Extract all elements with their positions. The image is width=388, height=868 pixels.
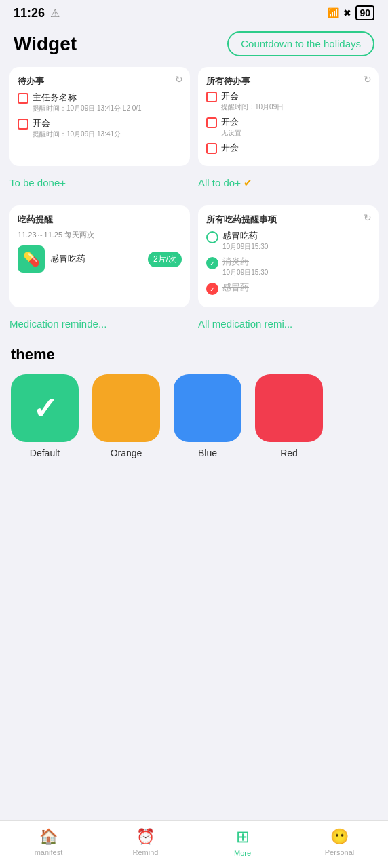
theme-swatch-blue xyxy=(174,374,241,442)
med-widget-title: 吃药提醒 xyxy=(18,214,182,226)
theme-section: theme ✓ Default Orange Blue Red xyxy=(0,346,388,458)
status-icons: 📶 ✖ 90 xyxy=(328,5,374,20)
status-time: 11:26 xyxy=(14,6,45,20)
alert-icon: ⚠ xyxy=(50,7,60,20)
theme-swatch-red xyxy=(255,374,323,442)
nav-label-personal: Personal xyxy=(325,848,354,856)
page-title: Widget xyxy=(14,33,77,55)
all-todo-title-1: 开会 xyxy=(221,90,370,102)
med-item-row: 💊 感冒吃药 2片/次 xyxy=(18,245,182,273)
theme-check-default: ✓ xyxy=(33,391,58,426)
med-radio-2[interactable]: ✓ xyxy=(206,257,218,269)
theme-name-red: Red xyxy=(280,448,298,458)
all-todo-subtitle-1: 提醒时间：10月09日 xyxy=(221,102,370,112)
remind-icon: ⏰ xyxy=(136,828,155,846)
todo-widget: 待办事 ↻ 主任务名称 提醒时间：10月09日 13:41分 L2 0/1 开会… xyxy=(9,67,190,166)
all-todo-checkbox-1[interactable] xyxy=(206,92,217,102)
countdown-button[interactable]: Countdown to the holidays xyxy=(227,31,374,56)
status-bar: 11:26 ⚠ 📶 ✖ 90 xyxy=(0,0,388,23)
nav-item-personal[interactable]: 😶 Personal xyxy=(291,828,388,856)
all-todo-widget: 所有待办事 ↻ 开会 提醒时间：10月09日 开会 无设置 开会 xyxy=(198,67,379,166)
all-todo-item-3: 开会 xyxy=(206,142,370,154)
todo-checkbox-2[interactable] xyxy=(18,119,28,130)
header: Widget Countdown to the holidays xyxy=(0,23,388,67)
personal-icon: 😶 xyxy=(330,828,349,846)
todo-widget-label[interactable]: To be done+ xyxy=(9,173,190,193)
med-name: 感冒吃药 xyxy=(50,253,142,265)
med-widget-label[interactable]: Medication reminde... xyxy=(9,314,190,334)
theme-item-default[interactable]: ✓ Default xyxy=(11,374,79,458)
nav-item-remind[interactable]: ⏰ Remind xyxy=(97,828,194,856)
widget-grid-row1: 待办事 ↻ 主任务名称 提醒时间：10月09日 13:41分 L2 0/1 开会… xyxy=(0,67,388,166)
all-med-name-1: 感冒吃药 xyxy=(222,230,370,242)
all-todo-refresh-icon[interactable]: ↻ xyxy=(364,74,372,85)
all-med-time-2: 10月09日15:30 xyxy=(222,268,370,277)
med-icon: 💊 xyxy=(18,245,45,273)
theme-item-orange[interactable]: Orange xyxy=(92,374,160,458)
nav-item-more[interactable]: ⊞ More xyxy=(194,827,291,857)
med-date: 11.23～11.25 每天两次 xyxy=(18,230,182,240)
todo-subtitle-1: 提醒时间：10月09日 13:41分 L2 0/1 xyxy=(33,104,182,113)
theme-name-orange: Orange xyxy=(111,448,142,458)
theme-item-blue[interactable]: Blue xyxy=(174,374,241,458)
nav-label-more: More xyxy=(234,849,251,857)
widget-labels-row1: To be done+ All to do+ ✔ xyxy=(0,173,388,193)
all-med-name-2: 消炎药 xyxy=(222,256,370,268)
med-radio-3[interactable]: ✓ xyxy=(206,283,218,295)
all-med-time-1: 10月09日15:30 xyxy=(222,242,370,252)
all-med-widget-title: 所有吃药提醒事项 xyxy=(206,214,370,226)
todo-widget-title: 待办事 xyxy=(18,75,182,87)
all-todo-check-icon: ✔ xyxy=(244,177,252,189)
todo-item-2: 开会 提醒时间：10月09日 13:41分 xyxy=(18,117,182,139)
nav-label-manifest: manifest xyxy=(35,848,63,856)
all-todo-subtitle-2: 无设置 xyxy=(221,128,370,138)
todo-subtitle-2: 提醒时间：10月09日 13:41分 xyxy=(33,130,182,139)
nav-item-manifest[interactable]: 🏠 manifest xyxy=(0,828,97,856)
widget-grid-row2: 吃药提醒 11.23～11.25 每天两次 💊 感冒吃药 2片/次 所有吃药提醒… xyxy=(0,205,388,307)
all-med-refresh-icon[interactable]: ↻ xyxy=(364,212,372,223)
battery-indicator: 90 xyxy=(355,5,374,20)
theme-swatch-orange xyxy=(92,374,160,442)
all-todo-widget-title: 所有待办事 xyxy=(206,75,370,87)
all-med-widget-label[interactable]: All medication remi... xyxy=(198,314,379,334)
all-med-item-1: 感冒吃药 10月09日15:30 xyxy=(206,230,370,252)
theme-name-default: Default xyxy=(30,448,60,458)
all-med-name-3: 感冒药 xyxy=(222,281,370,294)
manifest-icon: 🏠 xyxy=(39,828,58,846)
theme-item-red[interactable]: Red xyxy=(255,374,323,458)
med-radio-1[interactable] xyxy=(206,231,218,243)
all-todo-widget-label[interactable]: All to do+ ✔ xyxy=(198,173,379,193)
todo-title-1: 主任务名称 xyxy=(33,92,182,104)
nav-label-remind: Remind xyxy=(133,848,159,856)
med-widget: 吃药提醒 11.23～11.25 每天两次 💊 感冒吃药 2片/次 xyxy=(9,205,190,307)
all-todo-checkbox-2[interactable] xyxy=(206,117,217,128)
all-med-item-3: ✓ 感冒药 xyxy=(206,281,370,295)
theme-name-blue: Blue xyxy=(198,448,217,458)
all-todo-checkbox-3[interactable] xyxy=(206,143,217,154)
signal-icon: ✖ xyxy=(343,7,351,18)
theme-grid: ✓ Default Orange Blue Red xyxy=(11,374,377,458)
todo-checkbox-1[interactable] xyxy=(18,93,28,104)
all-todo-item-2: 开会 无设置 xyxy=(206,116,370,138)
theme-swatch-default: ✓ xyxy=(11,374,79,442)
all-todo-item-1: 开会 提醒时间：10月09日 xyxy=(206,90,370,112)
all-med-item-2: ✓ 消炎药 10月09日15:30 xyxy=(206,256,370,277)
todo-title-2: 开会 xyxy=(33,117,182,130)
todo-refresh-icon[interactable]: ↻ xyxy=(175,74,183,85)
all-todo-title-3: 开会 xyxy=(221,142,370,154)
more-icon: ⊞ xyxy=(236,827,250,846)
bottom-nav: 🏠 manifest ⏰ Remind ⊞ More 😶 Personal xyxy=(0,820,388,868)
todo-item-1: 主任务名称 提醒时间：10月09日 13:41分 L2 0/1 xyxy=(18,92,182,113)
med-dose: 2片/次 xyxy=(148,252,182,267)
all-todo-title-2: 开会 xyxy=(221,116,370,128)
wifi-icon: 📶 xyxy=(328,7,339,18)
all-med-widget: 所有吃药提醒事项 ↻ 感冒吃药 10月09日15:30 ✓ 消炎药 10月09日… xyxy=(198,205,379,307)
theme-title: theme xyxy=(11,346,377,363)
widget-labels-row2: Medication reminde... All medication rem… xyxy=(0,314,388,334)
